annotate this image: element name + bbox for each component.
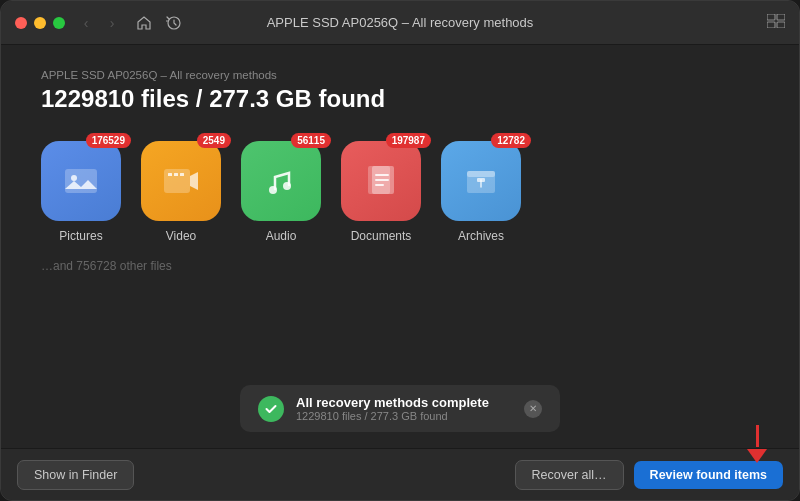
- titlebar-right: [767, 14, 785, 31]
- arrow-indicator: [747, 425, 767, 463]
- category-card-audio[interactable]: 56115 Audio: [241, 141, 321, 243]
- svg-rect-9: [174, 173, 178, 176]
- status-close-button[interactable]: ✕: [524, 400, 542, 418]
- svg-point-12: [283, 182, 291, 190]
- minimize-button[interactable]: [34, 17, 46, 29]
- archives-icon-bg: 12782: [441, 141, 521, 221]
- bottom-right-buttons: Recover all… Review found items: [515, 460, 783, 490]
- bottom-bar: Show in Finder Recover all… Review found…: [1, 448, 799, 500]
- arrow-head: [747, 449, 767, 463]
- home-icon[interactable]: [133, 12, 155, 34]
- pictures-label: Pictures: [59, 229, 102, 243]
- grid-view-icon[interactable]: [767, 14, 785, 31]
- status-subtitle: 1229810 files / 277.3 GB found: [296, 410, 512, 422]
- pictures-badge: 176529: [86, 133, 131, 148]
- svg-rect-7: [164, 169, 190, 193]
- category-card-pictures[interactable]: 176529 Pictures: [41, 141, 121, 243]
- video-badge: 2549: [197, 133, 231, 148]
- video-icon-bg: 2549: [141, 141, 221, 221]
- category-card-documents[interactable]: 197987 Documents: [341, 141, 421, 243]
- maximize-button[interactable]: [53, 17, 65, 29]
- documents-label: Documents: [351, 229, 412, 243]
- recover-all-button[interactable]: Recover all…: [515, 460, 624, 490]
- svg-point-11: [269, 186, 277, 194]
- archives-badge: 12782: [491, 133, 531, 148]
- category-card-video[interactable]: 2549 Video: [141, 141, 221, 243]
- main-content: APPLE SSD AP0256Q – All recovery methods…: [1, 45, 799, 448]
- recovery-status-bar: All recovery methods complete 1229810 fi…: [41, 385, 759, 432]
- titlebar: ‹ › APPLE SSD AP0256Q – All recovery met…: [1, 1, 799, 45]
- category-card-archives[interactable]: 12782 Archives: [441, 141, 521, 243]
- category-grid: 176529 Pictures 2549 Video: [41, 141, 759, 243]
- breadcrumb: APPLE SSD AP0256Q – All recovery methods: [41, 69, 759, 81]
- arrow-shaft: [756, 425, 759, 447]
- titlebar-icons: [133, 12, 185, 34]
- documents-badge: 197987: [386, 133, 431, 148]
- forward-button[interactable]: ›: [101, 12, 123, 34]
- svg-rect-4: [777, 22, 785, 28]
- svg-rect-15: [375, 174, 389, 176]
- pictures-icon-bg: 176529: [41, 141, 121, 221]
- traffic-lights: [15, 17, 65, 29]
- status-check-icon: [258, 396, 284, 422]
- svg-rect-5: [65, 169, 97, 193]
- documents-icon-bg: 197987: [341, 141, 421, 221]
- page-title: 1229810 files / 277.3 GB found: [41, 85, 759, 113]
- audio-badge: 56115: [291, 133, 331, 148]
- audio-label: Audio: [266, 229, 297, 243]
- svg-rect-3: [767, 22, 775, 28]
- back-button[interactable]: ‹: [75, 12, 97, 34]
- svg-point-6: [71, 175, 77, 181]
- other-files-text: …and 756728 other files: [41, 259, 759, 273]
- nav-buttons: ‹ ›: [75, 12, 123, 34]
- window-title: APPLE SSD AP0256Q – All recovery methods: [267, 15, 534, 30]
- svg-rect-8: [168, 173, 172, 176]
- status-title: All recovery methods complete: [296, 395, 512, 410]
- review-button-wrapper: Review found items: [634, 461, 783, 489]
- svg-rect-19: [467, 171, 495, 177]
- status-text: All recovery methods complete 1229810 fi…: [296, 395, 512, 422]
- status-pill: All recovery methods complete 1229810 fi…: [240, 385, 560, 432]
- archives-label: Archives: [458, 229, 504, 243]
- svg-rect-17: [375, 184, 384, 186]
- video-label: Video: [166, 229, 196, 243]
- audio-icon-bg: 56115: [241, 141, 321, 221]
- svg-rect-1: [767, 14, 775, 20]
- review-found-items-button[interactable]: Review found items: [634, 461, 783, 489]
- close-button[interactable]: [15, 17, 27, 29]
- svg-rect-2: [777, 14, 785, 20]
- history-icon[interactable]: [163, 12, 185, 34]
- svg-rect-16: [375, 179, 389, 181]
- svg-rect-10: [180, 173, 184, 176]
- show-in-finder-button[interactable]: Show in Finder: [17, 460, 134, 490]
- app-window: ‹ › APPLE SSD AP0256Q – All recovery met…: [0, 0, 800, 501]
